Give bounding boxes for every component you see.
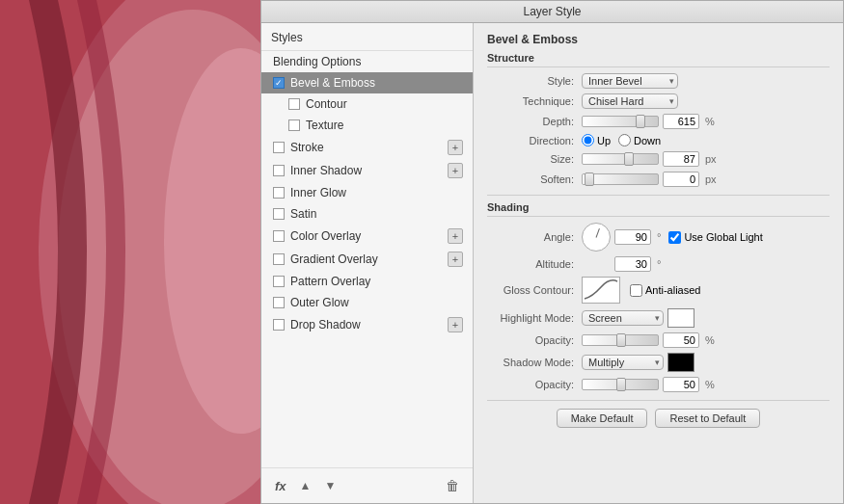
delete-button[interactable]: 🗑 xyxy=(442,476,463,495)
size-unit: px xyxy=(705,153,717,165)
sidebar-item-satin[interactable]: Satin xyxy=(261,203,473,225)
stroke-add-button[interactable]: + xyxy=(448,140,463,155)
highlight-opacity-slider[interactable] xyxy=(582,334,659,346)
sidebar-item-blending-options[interactable]: Blending Options xyxy=(261,51,473,72)
altitude-label: Altitude: xyxy=(487,258,574,270)
fx-button[interactable]: fx xyxy=(271,477,290,495)
sidebar-item-texture[interactable]: Texture xyxy=(261,115,473,136)
pattern-overlay-label: Pattern Overlay xyxy=(290,275,370,288)
depth-slider-thumb[interactable] xyxy=(636,115,645,128)
pattern-overlay-checkbox[interactable] xyxy=(273,276,285,287)
color-overlay-add-button[interactable]: + xyxy=(448,228,463,244)
direction-down-option[interactable]: Down xyxy=(618,134,661,146)
shadow-opacity-label: Opacity: xyxy=(487,379,574,390)
shadow-opacity-thumb[interactable] xyxy=(616,378,626,391)
size-slider[interactable] xyxy=(582,153,659,165)
gloss-contour-swatch[interactable] xyxy=(582,277,620,304)
shading-section: Shading Angle: ° Use Global Light xyxy=(487,195,830,392)
inner-shadow-checkbox[interactable] xyxy=(273,165,285,176)
soften-slider-thumb[interactable] xyxy=(585,172,594,186)
size-slider-thumb[interactable] xyxy=(624,152,634,166)
reset-to-default-button[interactable]: Reset to Default xyxy=(655,409,760,428)
stroke-checkbox[interactable] xyxy=(273,142,285,153)
sidebar-item-outer-glow[interactable]: Outer Glow xyxy=(261,292,473,313)
gloss-contour-row: Gloss Contour: Anti-aliased xyxy=(487,277,830,304)
soften-slider[interactable] xyxy=(582,173,659,185)
technique-select[interactable]: Chisel Hard Smooth Chisel Soft xyxy=(582,93,678,109)
style-select[interactable]: Inner Bevel Outer Bevel Emboss xyxy=(582,73,678,89)
move-down-button[interactable]: ▼ xyxy=(320,477,340,494)
direction-down-radio[interactable] xyxy=(618,134,631,146)
angle-dial[interactable] xyxy=(582,223,611,252)
bevel-emboss-checkbox[interactable]: ✓ xyxy=(273,77,285,89)
style-row: Style: Inner Bevel Outer Bevel Emboss xyxy=(487,73,830,89)
altitude-control: ° xyxy=(582,256,830,272)
sidebar: Styles Blending Options ✓ Bevel & Emboss… xyxy=(261,23,474,503)
shadow-opacity-control: % xyxy=(582,377,830,392)
shadow-opacity-slider[interactable] xyxy=(582,379,659,390)
sidebar-item-bevel-emboss[interactable]: ✓ Bevel & Emboss xyxy=(261,72,473,93)
size-control: px xyxy=(582,151,830,167)
direction-row: Direction: Up Down xyxy=(487,134,830,146)
sidebar-item-drop-shadow[interactable]: Drop Shadow + xyxy=(261,313,473,336)
angle-input[interactable] xyxy=(614,229,651,245)
angle-label: Angle: xyxy=(487,231,574,243)
anti-aliased-checkbox[interactable] xyxy=(630,284,642,297)
altitude-input[interactable] xyxy=(614,256,651,272)
use-global-light-option[interactable]: Use Global Light xyxy=(668,231,762,244)
anti-aliased-option[interactable]: Anti-aliased xyxy=(630,284,700,297)
outer-glow-checkbox[interactable] xyxy=(273,297,285,308)
satin-checkbox[interactable] xyxy=(273,208,285,220)
make-default-button[interactable]: Make Default xyxy=(557,409,648,428)
inner-glow-checkbox[interactable] xyxy=(273,187,285,199)
highlight-opacity-input[interactable] xyxy=(663,332,699,348)
direction-up-option[interactable]: Up xyxy=(582,134,611,146)
sidebar-item-color-overlay[interactable]: Color Overlay + xyxy=(261,225,473,248)
texture-checkbox[interactable] xyxy=(288,119,300,131)
depth-slider[interactable] xyxy=(582,116,659,127)
soften-row: Soften: px xyxy=(487,172,830,187)
soften-label: Soften: xyxy=(487,173,574,185)
sidebar-item-inner-shadow[interactable]: Inner Shadow + xyxy=(261,159,473,182)
inner-shadow-add-button[interactable]: + xyxy=(448,163,463,178)
sidebar-item-contour[interactable]: Contour xyxy=(261,93,473,115)
sidebar-item-pattern-overlay[interactable]: Pattern Overlay xyxy=(261,271,473,292)
shadow-mode-select[interactable]: Multiply Screen Normal xyxy=(582,355,664,370)
style-label: Style: xyxy=(487,75,574,87)
structure-title: Structure xyxy=(487,52,830,67)
color-overlay-checkbox[interactable] xyxy=(273,230,285,242)
highlight-color-swatch[interactable] xyxy=(667,308,694,328)
right-panel: Bevel & Emboss Structure Style: Inner Be… xyxy=(474,23,843,503)
use-global-light-checkbox[interactable] xyxy=(668,231,681,244)
drop-shadow-checkbox[interactable] xyxy=(273,319,285,331)
drop-shadow-add-button[interactable]: + xyxy=(448,317,463,332)
highlight-opacity-row: Opacity: % xyxy=(487,332,830,348)
bevel-emboss-label: Bevel & Emboss xyxy=(290,76,375,90)
size-label: Size: xyxy=(487,153,574,165)
gradient-overlay-checkbox[interactable] xyxy=(273,253,285,265)
sidebar-item-gradient-overlay[interactable]: Gradient Overlay + xyxy=(261,248,473,271)
shadow-mode-label: Shadow Mode: xyxy=(487,357,574,368)
gradient-overlay-add-button[interactable]: + xyxy=(448,252,463,267)
anti-aliased-label: Anti-aliased xyxy=(645,284,700,296)
color-overlay-label: Color Overlay xyxy=(290,229,361,243)
depth-row: Depth: % xyxy=(487,114,830,129)
sidebar-item-stroke[interactable]: Stroke + xyxy=(261,136,473,159)
shadow-mode-control: Multiply Screen Normal xyxy=(582,353,830,372)
shadow-color-swatch[interactable] xyxy=(667,353,694,372)
technique-row: Technique: Chisel Hard Smooth Chisel Sof… xyxy=(487,93,830,109)
move-up-button[interactable]: ▲ xyxy=(296,477,315,494)
soften-input[interactable] xyxy=(663,172,699,187)
highlight-mode-select[interactable]: Screen Multiply Normal xyxy=(582,310,664,326)
sidebar-item-inner-glow[interactable]: Inner Glow xyxy=(261,182,473,203)
shadow-opacity-row: Opacity: % xyxy=(487,377,830,392)
contour-checkbox[interactable] xyxy=(288,98,300,110)
gloss-contour-label: Gloss Contour: xyxy=(487,284,574,296)
depth-input[interactable] xyxy=(663,114,699,129)
shading-title: Shading xyxy=(487,201,830,217)
size-input[interactable] xyxy=(663,151,699,167)
shadow-opacity-input[interactable] xyxy=(663,377,699,392)
highlight-opacity-thumb[interactable] xyxy=(616,333,626,347)
direction-up-radio[interactable] xyxy=(582,134,594,146)
stroke-label: Stroke xyxy=(290,141,324,154)
